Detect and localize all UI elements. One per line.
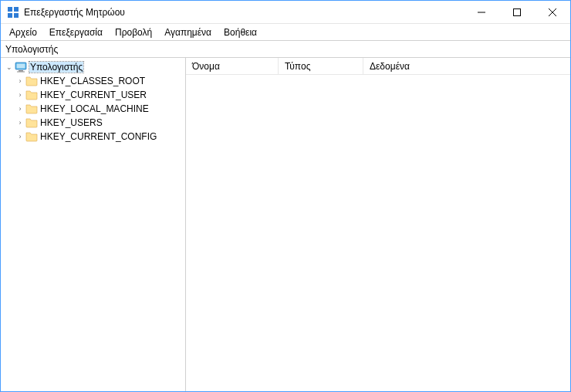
expander-icon[interactable]: ›: [15, 91, 25, 99]
svg-rect-1: [14, 7, 19, 12]
folder-icon: [25, 89, 38, 101]
svg-rect-0: [8, 7, 12, 12]
list-panel: Όνομα Τύπος Δεδομένα: [186, 58, 570, 391]
tree-panel: ⌄ Υπολογιστής › HKEY_CLASSES_ROOT › HKEY…: [1, 58, 186, 391]
column-data[interactable]: Δεδομένα: [363, 58, 570, 74]
menu-favorites[interactable]: Αγαπημένα: [159, 25, 217, 39]
svg-rect-2: [8, 13, 12, 18]
list-header: Όνομα Τύπος Δεδομένα: [186, 58, 570, 75]
menu-help[interactable]: Βοήθεια: [218, 25, 262, 39]
expander-icon[interactable]: ›: [15, 105, 25, 113]
column-label: Όνομα: [192, 61, 220, 72]
tree-node-label: HKEY_CURRENT_CONFIG: [40, 131, 157, 142]
svg-rect-11: [17, 72, 25, 73]
window-title: Επεξεργαστής Μητρώου: [24, 7, 464, 18]
svg-rect-10: [19, 70, 23, 72]
folder-icon: [25, 117, 38, 129]
tree-node-hklm[interactable]: › HKEY_LOCAL_MACHINE: [12, 102, 185, 116]
minimize-button[interactable]: [464, 1, 499, 23]
window-controls: [464, 1, 570, 23]
expander-icon[interactable]: ›: [15, 77, 25, 85]
tree-node-label: HKEY_USERS: [40, 117, 103, 128]
svg-rect-5: [514, 8, 521, 15]
menu-view[interactable]: Προβολή: [110, 25, 157, 39]
maximize-button[interactable]: [499, 1, 535, 23]
menu-file[interactable]: Αρχείο: [4, 25, 42, 39]
tree-node-label: Υπολογιστής: [29, 62, 83, 73]
column-label: Δεδομένα: [370, 61, 410, 72]
folder-icon: [25, 130, 38, 143]
tree-node-hku[interactable]: › HKEY_USERS: [12, 116, 185, 130]
menubar: Αρχείο Επεξεργασία Προβολή Αγαπημένα Βοή…: [1, 24, 570, 41]
menu-edit[interactable]: Επεξεργασία: [44, 25, 108, 39]
svg-rect-9: [17, 64, 25, 69]
titlebar: Επεξεργαστής Μητρώου: [1, 1, 570, 24]
close-button[interactable]: [535, 1, 570, 23]
expander-icon[interactable]: ⌄: [4, 63, 15, 71]
folder-icon: [25, 103, 38, 115]
expander-icon[interactable]: ›: [15, 119, 25, 127]
column-name[interactable]: Όνομα: [186, 58, 279, 74]
tree-node-hkcu[interactable]: › HKEY_CURRENT_USER: [12, 88, 185, 102]
column-label: Τύπος: [285, 61, 310, 72]
app-icon: [7, 6, 19, 19]
tree-node-computer[interactable]: ⌄ Υπολογιστής: [1, 60, 185, 74]
address-text: Υπολογιστής: [5, 44, 58, 55]
expander-icon[interactable]: ›: [15, 133, 25, 140]
content-area: ⌄ Υπολογιστής › HKEY_CLASSES_ROOT › HKEY…: [1, 58, 570, 391]
tree-node-hkcc[interactable]: › HKEY_CURRENT_CONFIG: [12, 130, 185, 144]
column-type[interactable]: Τύπος: [279, 58, 363, 74]
tree-node-label: HKEY_LOCAL_MACHINE: [40, 103, 149, 114]
tree-children: › HKEY_CLASSES_ROOT › HKEY_CURRENT_USER …: [1, 74, 185, 144]
tree-node-label: HKEY_CLASSES_ROOT: [40, 76, 145, 86]
folder-icon: [25, 75, 38, 87]
computer-icon: [15, 61, 27, 73]
svg-rect-3: [14, 13, 19, 18]
address-bar[interactable]: Υπολογιστής: [1, 41, 570, 58]
list-body[interactable]: [186, 75, 570, 391]
tree-node-hkcr[interactable]: › HKEY_CLASSES_ROOT: [12, 74, 185, 88]
tree-node-label: HKEY_CURRENT_USER: [40, 90, 147, 100]
